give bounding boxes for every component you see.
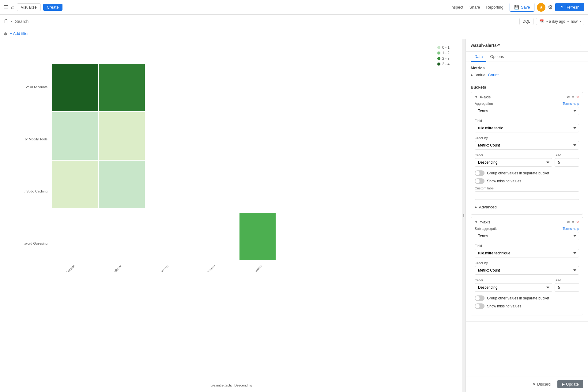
settings-icon[interactable]: ⚙: [548, 4, 553, 11]
svg-text:Credential Access: Credential Access: [243, 264, 263, 272]
heatmap-svg: Valid Accounts Disable or Modify Tools S…: [24, 58, 276, 272]
yaxis-size-input[interactable]: [555, 283, 579, 292]
add-filter-button[interactable]: + Add filter: [10, 31, 29, 36]
refresh-button[interactable]: ↻ Refresh: [555, 3, 584, 11]
yaxis-group-other-toggle-row: Group other values in separate bucket: [475, 295, 579, 301]
x-axis-caption: rule.mitre.tactic: Descending: [0, 383, 462, 387]
heatmap-cell[interactable]: [99, 161, 145, 208]
panel-footer: ✕ Discard ▶ Update: [466, 376, 588, 392]
yaxis-terms-help-link[interactable]: Terms help: [563, 227, 579, 230]
panel-title: wazuh-alerts-*: [471, 43, 500, 48]
visualize-button[interactable]: Visualize: [17, 3, 41, 11]
main-content: 0 - 1 1 - 2 2 - 3 3 - 4 Valid Accounts D…: [0, 39, 588, 392]
index-pattern-icon[interactable]: 🗒: [4, 19, 9, 24]
chevron-down-icon: ▼: [475, 95, 478, 99]
yaxis-bucket-header[interactable]: ▼ Y-axis 👁 ≡ ✕: [471, 217, 583, 227]
xaxis-order-select[interactable]: Descending: [475, 158, 552, 167]
panel-tabs: Data Options: [466, 52, 588, 62]
xaxis-field-select[interactable]: rule.mitre.tactic: [475, 124, 579, 132]
xaxis-show-missing-toggle[interactable]: [475, 178, 484, 184]
chevron-down-icon: ▾: [579, 20, 581, 23]
yaxis-label: Y-axis: [480, 220, 490, 224]
save-button[interactable]: 💾 Save: [510, 3, 535, 12]
home-icon[interactable]: ⌂: [11, 4, 14, 10]
heatmap-cell[interactable]: [52, 161, 98, 208]
hamburger-icon[interactable]: ☰: [4, 4, 9, 11]
xaxis-label: X-axis: [480, 95, 491, 99]
eye-icon[interactable]: 👁: [567, 95, 570, 99]
reporting-link[interactable]: Reporting: [486, 5, 503, 10]
time-range-picker[interactable]: 📅 ~ a day ago → now ▾: [536, 18, 584, 25]
xaxis-size-input[interactable]: [555, 158, 579, 167]
drag-icon[interactable]: ≡: [572, 95, 574, 99]
buckets-section: Buckets ▼ X-axis 👁 ≡ ✕: [466, 81, 588, 322]
svg-text:Valid Accounts: Valid Accounts: [26, 85, 48, 89]
heatmap-cell[interactable]: [99, 64, 145, 111]
panel-menu-icon[interactable]: ⋮: [579, 43, 583, 48]
tab-data[interactable]: Data: [471, 52, 486, 62]
heatmap-cell[interactable]: [99, 112, 145, 160]
xaxis-aggregation-select[interactable]: Terms: [475, 107, 579, 115]
search-bar: 🗒 ▾ DQL 📅 ~ a day ago → now ▾: [0, 15, 588, 28]
yaxis-order-by-select[interactable]: Metric: Count: [475, 266, 579, 275]
close-icon[interactable]: ✕: [576, 95, 579, 99]
yaxis-field-select[interactable]: rule.mitre.technique: [475, 249, 579, 257]
share-link[interactable]: Share: [469, 5, 480, 10]
collapse-handle[interactable]: ‖: [462, 39, 466, 392]
svg-text:Disable or Modify Tools: Disable or Modify Tools: [24, 137, 47, 141]
legend-dot-2: [437, 57, 440, 60]
legend-item-0: 0 - 1: [437, 45, 450, 50]
xaxis-advanced-toggle[interactable]: ▶ Advanced: [475, 204, 579, 211]
create-button[interactable]: Create: [43, 4, 62, 11]
legend-dot-1: [437, 51, 440, 55]
close-icon: ✕: [533, 382, 536, 386]
legend-item-2: 2 - 3: [437, 56, 450, 61]
discard-button[interactable]: ✕ Discard: [528, 380, 555, 388]
avatar[interactable]: a: [537, 3, 545, 12]
play-icon: ▶: [562, 382, 565, 386]
dql-button[interactable]: DQL: [519, 18, 534, 25]
yaxis-show-missing-toggle[interactable]: [475, 303, 484, 309]
yaxis-group-other-toggle[interactable]: [475, 295, 484, 301]
xaxis-show-missing-toggle-row: Show missing values: [475, 178, 579, 184]
right-panel: wazuh-alerts-* ⋮ Data Options Metrics ▶ …: [466, 39, 588, 392]
metrics-value-row[interactable]: ▶ Value Count: [471, 73, 583, 77]
panel-header: wazuh-alerts-* ⋮: [466, 39, 588, 52]
chart-area: 0 - 1 1 - 2 2 - 3 3 - 4 Valid Accounts D…: [0, 39, 462, 392]
search-input[interactable]: [15, 19, 517, 24]
chevron-down-icon[interactable]: ▾: [11, 20, 13, 23]
filter-bar: ⊕ + Add filter: [0, 28, 588, 39]
update-button[interactable]: ▶ Update: [557, 380, 583, 388]
yaxis-order-select[interactable]: Descending: [475, 283, 552, 292]
xaxis-group-other-toggle-row: Group other values in separate bucket: [475, 170, 579, 176]
svg-text:Privilege Escalation: Privilege Escalation: [101, 264, 122, 272]
filter-icon[interactable]: ⊕: [4, 31, 7, 36]
close-icon[interactable]: ✕: [576, 220, 579, 224]
xaxis-custom-label-input[interactable]: [475, 191, 579, 200]
tab-options[interactable]: Options: [486, 52, 507, 62]
xaxis-terms-help-link[interactable]: Terms help: [563, 102, 579, 105]
refresh-icon: ↻: [560, 5, 564, 10]
metrics-title: Metrics: [471, 66, 583, 70]
legend-item-3: 3 - 4: [437, 62, 450, 66]
yaxis-sub-aggregation-select[interactable]: Terms: [475, 232, 579, 240]
inspect-link[interactable]: Inspect: [450, 5, 463, 10]
svg-text:Initial Access: Initial Access: [154, 264, 169, 272]
xaxis-order-by-select[interactable]: Metric: Count: [475, 141, 579, 150]
heatmap-cell[interactable]: [52, 112, 98, 160]
chevron-right-icon: ▶: [471, 73, 473, 77]
eye-icon[interactable]: 👁: [567, 220, 570, 224]
heatmap-cell[interactable]: [239, 213, 276, 260]
legend-dot-0: [437, 46, 440, 49]
heatmap-cell[interactable]: [52, 64, 98, 111]
yaxis-bucket: ▼ Y-axis 👁 ≡ ✕ Sub aggregation Terms hel…: [471, 217, 583, 315]
svg-text:Password Guessing: Password Guessing: [24, 242, 47, 245]
chevron-down-icon: ▼: [475, 220, 478, 224]
chart-legend: 0 - 1 1 - 2 2 - 3 3 - 4: [437, 45, 450, 66]
calendar-icon: 📅: [539, 19, 544, 24]
svg-text:Sudo and Sudo Caching: Sudo and Sudo Caching: [24, 189, 47, 193]
drag-icon[interactable]: ≡: [572, 220, 574, 224]
xaxis-bucket-header[interactable]: ▼ X-axis 👁 ≡ ✕: [471, 92, 583, 102]
xaxis-group-other-toggle[interactable]: [475, 170, 484, 176]
top-nav: ☰ ⌂ Visualize Create Inspect Share Repor…: [0, 0, 588, 15]
